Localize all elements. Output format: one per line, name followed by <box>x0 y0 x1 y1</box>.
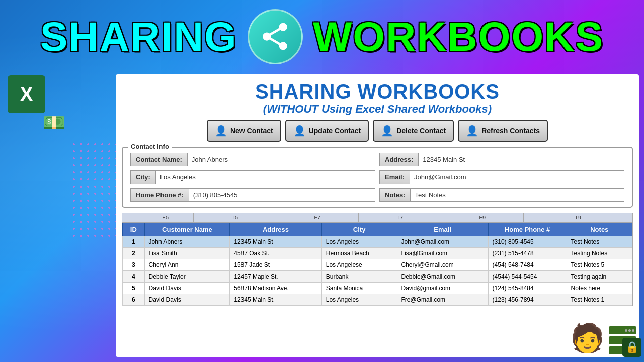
table-cell: (124) 545-8484 <box>488 283 567 294</box>
table-cell: 1587 Jade St <box>230 259 321 271</box>
phone-input[interactable] <box>189 188 375 202</box>
table-cell: (454) 548-7484 <box>488 259 567 271</box>
address-label: Address: <box>379 153 418 166</box>
phone-row: Home Phone #: <box>130 188 375 202</box>
table-cell: Los Angelese <box>321 259 397 271</box>
contact-info-section: Contact Info Contact Name: Address: City… <box>122 147 633 208</box>
table-cell: Hermosa Beach <box>321 248 397 259</box>
city-row: City: <box>130 170 375 184</box>
col-ref-f5: F5 <box>137 213 194 222</box>
title-sharing: SHARING <box>40 13 237 60</box>
table-row[interactable]: 4Debbie Taylor12457 Maple St.BurbankDebb… <box>123 271 632 283</box>
delete-contact-button[interactable]: 👤 Delete Contact <box>373 120 454 142</box>
update-contact-label: Update Contact <box>309 127 361 135</box>
table-cell: Lisa@Gmail.com <box>397 248 488 259</box>
refresh-contacts-button[interactable]: 👤 Refresh Contacts <box>458 120 548 142</box>
contact-name-row: Contact Name: <box>130 153 375 166</box>
table-cell: 3 <box>123 259 145 271</box>
excel-logo-area: X 💵 <box>5 73 65 133</box>
main-title: SHARING WORKBOOKS <box>40 9 604 64</box>
excel-icon: X <box>8 75 45 113</box>
server-icon-area: 🔒 <box>609 326 636 354</box>
table-cell: 5 <box>123 283 145 294</box>
lock-icon: 🔒 <box>622 338 641 357</box>
table-cell: Debbie@Gmail.com <box>397 271 488 283</box>
table-cell: 56878 Madison Ave. <box>230 283 321 294</box>
contact-name-input[interactable] <box>187 153 375 166</box>
panel-title-main: SHARING WORKBOOKS <box>122 80 633 103</box>
table-cell: 2 <box>123 248 145 259</box>
table-cell: Test Notes <box>567 236 632 248</box>
contact-info-legend: Contact Info <box>128 143 172 150</box>
table-cell: 12345 Main St. <box>230 294 321 306</box>
table-row[interactable]: 5David Davis56878 Madison Ave.Santa Moni… <box>123 283 632 294</box>
notes-input[interactable] <box>410 188 624 202</box>
delete-contact-label: Delete Contact <box>396 127 446 135</box>
title-bar: SHARING WORKBOOKS <box>0 0 644 73</box>
table-head: ID Customer Name Address City Email Home… <box>123 223 632 236</box>
panel-title-sub: (WITHOUT Using Excel Shared Workbooks) <box>122 103 633 116</box>
cash-emoji: 💵 <box>43 112 65 133</box>
col-ref-blank <box>122 213 137 222</box>
notes-label: Notes: <box>379 188 410 202</box>
delete-contact-icon: 👤 <box>381 125 393 137</box>
table-cell: Debbie Taylor <box>144 271 230 283</box>
table-row[interactable]: 3Cheryl Ann1587 Jade StLos AngeleseChery… <box>123 259 632 271</box>
panel-title-area: SHARING WORKBOOKS (WITHOUT Using Excel S… <box>122 80 633 116</box>
table-cell: (4544) 544-5454 <box>488 271 567 283</box>
table-body: 1John Abners12345 Main StLos AngelesJohn… <box>123 236 632 306</box>
share-icon <box>248 9 303 64</box>
update-contact-button[interactable]: 👤 Update Contact <box>285 120 369 142</box>
table-cell: 1 <box>123 236 145 248</box>
col-ref-i5: I5 <box>194 213 276 222</box>
table-row[interactable]: 1John Abners12345 Main StLos AngelesJohn… <box>123 236 632 248</box>
table-cell: John Abners <box>144 236 230 248</box>
update-contact-icon: 👤 <box>293 125 306 137</box>
table-cell: Santa Monica <box>321 283 397 294</box>
table-cell: 4587 Oak St. <box>230 248 321 259</box>
table-cell: (123) 456-7894 <box>488 294 567 306</box>
person-icon-bottom-right: 🧑 <box>570 322 605 354</box>
address-input[interactable] <box>418 153 624 166</box>
table-cell: Notes here <box>567 283 632 294</box>
table-cell: (231) 515-4478 <box>488 248 567 259</box>
col-ref-f7: F7 <box>276 213 359 222</box>
table-header-row: ID Customer Name Address City Email Home… <box>123 223 632 236</box>
col-ref-row: F5 I5 F7 I7 F9 I9 <box>122 213 632 223</box>
th-id: ID <box>123 223 145 236</box>
table-cell: Test Notes 1 <box>567 294 632 306</box>
table-wrapper: ID Customer Name Address City Email Home… <box>122 223 632 306</box>
th-phone: Home Phone # <box>488 223 567 236</box>
th-email: Email <box>397 223 488 236</box>
col-ref-i7: I7 <box>359 213 441 222</box>
th-address: Address <box>230 223 321 236</box>
table-cell: Los Angeles <box>321 294 397 306</box>
contact-form-grid: Contact Name: Address: City: Email: Home… <box>130 153 624 202</box>
bottom-right-area: 🧑 🔒 <box>570 322 636 354</box>
server-dot-1 <box>625 329 627 332</box>
table-cell: Los Angeles <box>321 236 397 248</box>
share-svg <box>259 20 291 53</box>
table-cell: Fre@Gmail.com <box>397 294 488 306</box>
table-row[interactable]: 2Lisa Smith4587 Oak St.Hermosa BeachLisa… <box>123 248 632 259</box>
address-row: Address: <box>379 153 624 166</box>
email-input[interactable] <box>410 170 624 184</box>
city-label: City: <box>130 170 155 184</box>
table-row[interactable]: 6David Davis12345 Main St.Los AngelesFre… <box>123 294 632 306</box>
th-notes: Notes <box>567 223 632 236</box>
notes-row: Notes: <box>379 188 624 202</box>
title-workbooks: WORKBOOKS <box>313 13 604 60</box>
new-contact-label: New Contact <box>230 127 273 135</box>
new-contact-icon: 👤 <box>215 125 227 137</box>
table-cell: Testing Notes <box>567 248 632 259</box>
server-dot-3 <box>632 329 634 332</box>
table-cell: Lisa Smith <box>144 248 230 259</box>
col-ref-f9: F9 <box>441 213 524 222</box>
phone-label: Home Phone #: <box>130 188 189 202</box>
table-cell: (310) 805-4545 <box>488 236 567 248</box>
city-input[interactable] <box>155 170 375 184</box>
new-contact-button[interactable]: 👤 New Contact <box>207 120 281 142</box>
email-label: Email: <box>379 170 410 184</box>
refresh-contacts-icon: 👤 <box>466 125 478 137</box>
table-cell: Cheryl Ann <box>144 259 230 271</box>
